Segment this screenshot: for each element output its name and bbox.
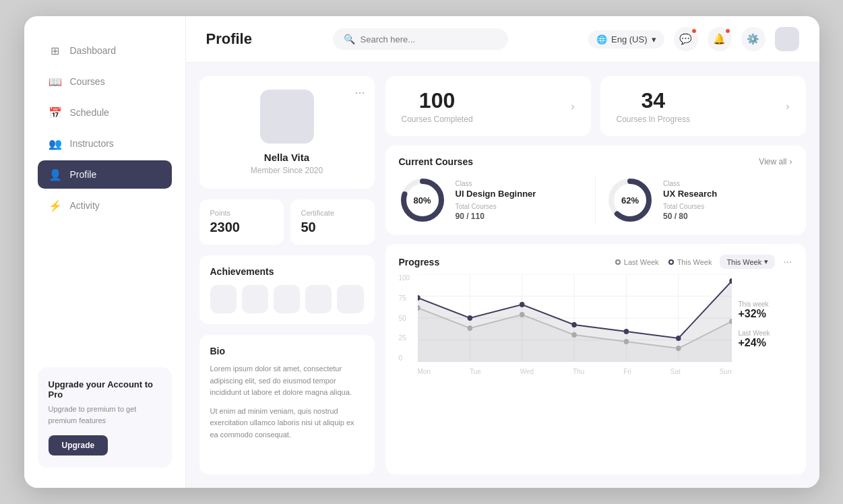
profile-more-button[interactable]: ··· <box>354 86 365 100</box>
this-week-stat-label: This week <box>739 301 792 308</box>
this-week-stat-value: +32% <box>739 308 792 320</box>
dashboard-icon: ⊞ <box>49 44 62 57</box>
chart-area: 100 75 50 25 0 <box>399 274 792 375</box>
settings-button[interactable]: ⚙️ <box>741 27 766 51</box>
last-week-stat-value: +24% <box>739 337 792 349</box>
courses-in-progress-arrow[interactable]: › <box>786 100 789 113</box>
legend-last-week-label: Last Week <box>624 258 659 266</box>
sidebar-item-profile[interactable]: 👤 Profile <box>38 160 172 189</box>
chart-stats: This week +32% Last Week +24% <box>739 274 792 375</box>
course-percent-label-1: 80% <box>413 195 431 206</box>
progress-header: Progress Last Week This Week <box>399 255 792 269</box>
notifications-button[interactable]: 🔔 <box>708 27 732 51</box>
progress-controls: Last Week This Week This Week ▾ <box>615 255 792 269</box>
svg-point-28 <box>676 336 681 341</box>
search-icon: 🔍 <box>344 34 355 44</box>
header: Profile 🔍 🌐 Eng (US) ▾ 💬 🔔 <box>186 16 819 63</box>
bio-text-1: Lorem ipsum dolor sit amet, consectetur … <box>210 363 364 399</box>
sidebar-item-schedule[interactable]: 📅 Schedule <box>38 98 172 127</box>
svg-point-24 <box>467 315 472 321</box>
current-courses-header: Current Courses View all › <box>399 156 792 167</box>
upgrade-description: Upgrade to premium to get premium featur… <box>49 404 161 426</box>
bio-card: Bio Lorem ipsum dolor sit amet, consecte… <box>199 335 375 474</box>
bio-text-2: Ut enim ad minim veniam, quis nostrud ex… <box>210 406 364 441</box>
this-week-dot <box>668 259 674 265</box>
top-stats: 100 Courses Completed › 34 Courses In Pr… <box>385 76 806 136</box>
course-donut-1: 80% <box>399 177 446 224</box>
view-all-label: View all <box>759 157 786 166</box>
legend-last-week: Last Week <box>615 258 659 266</box>
current-courses-card: Current Courses View all › <box>385 146 806 234</box>
achievements-card: Achievements <box>199 255 375 324</box>
courses-completed-number: 100 <box>402 88 473 113</box>
header-actions: 🌐 Eng (US) ▾ 💬 🔔 ⚙️ <box>588 27 799 51</box>
courses-completed-arrow[interactable]: › <box>571 100 574 113</box>
achievement-badge-1 <box>210 285 237 313</box>
sidebar: ⊞ Dashboard 📖 Courses 📅 Schedule 👥 Instr… <box>24 16 186 488</box>
chart-x-labels: Mon Tue Wed Thu Fri Sat Sun <box>418 368 732 375</box>
profile-name: Nella Vita <box>213 152 361 163</box>
legend-this-week: This Week <box>668 258 712 266</box>
sidebar-item-label: Profile <box>70 169 97 180</box>
search-input[interactable] <box>361 34 497 44</box>
chart-svg-container <box>418 274 732 362</box>
legend-this-week-label: This Week <box>677 258 712 266</box>
profile-avatar <box>260 90 314 144</box>
profile-card: ··· Nella Vita Member Since 2020 <box>199 76 375 189</box>
certificate-card: Certificate 50 <box>290 199 375 245</box>
achievements-title: Achievements <box>210 266 364 277</box>
courses-icon: 📖 <box>49 75 62 88</box>
courses-in-progress-number: 34 <box>617 88 690 113</box>
language-selector[interactable]: 🌐 Eng (US) ▾ <box>588 30 664 49</box>
achievement-badge-4 <box>305 285 332 313</box>
activity-icon: ⚡ <box>49 199 62 212</box>
courses-in-progress-card: 34 Courses In Progress › <box>600 76 806 136</box>
course-progress-2: 50 / 80 <box>663 212 792 221</box>
sidebar-item-label: Activity <box>70 200 100 211</box>
courses-completed-content: 100 Courses Completed <box>402 88 473 124</box>
upgrade-button[interactable]: Upgrade <box>49 435 108 455</box>
page-title: Profile <box>206 30 252 48</box>
sidebar-nav: ⊞ Dashboard 📖 Courses 📅 Schedule 👥 Instr… <box>38 36 172 354</box>
course-info-2: Class UX Research Total Courses 50 / 80 <box>663 180 792 221</box>
sidebar-item-dashboard[interactable]: ⊞ Dashboard <box>38 36 172 65</box>
course-name-1: UI Design Beginner <box>456 189 585 199</box>
svg-point-26 <box>571 322 576 327</box>
progress-more-button[interactable]: ··· <box>783 256 792 268</box>
points-value: 2300 <box>210 220 273 235</box>
svg-point-27 <box>623 329 628 334</box>
sidebar-item-courses[interactable]: 📖 Courses <box>38 67 172 96</box>
svg-point-21 <box>676 346 681 351</box>
upgrade-title: Upgrade your Account to Pro <box>49 379 161 400</box>
courses-in-progress-content: 34 Courses In Progress <box>617 88 690 124</box>
language-label: Eng (US) <box>611 34 647 44</box>
messages-badge <box>691 28 697 34</box>
svg-point-25 <box>519 302 524 307</box>
bio-title: Bio <box>210 346 364 356</box>
course-total-label-2: Total Courses <box>663 203 792 210</box>
view-all-chevron: › <box>790 157 792 166</box>
last-week-stat: Last Week +24% <box>739 329 792 349</box>
svg-point-18 <box>519 312 524 317</box>
progress-card: Progress Last Week This Week <box>385 244 806 474</box>
main-content: Profile 🔍 🌐 Eng (US) ▾ 💬 🔔 <box>186 16 819 488</box>
svg-marker-15 <box>418 281 732 362</box>
course-class-label-2: Class <box>663 180 792 187</box>
globe-icon: 🌐 <box>596 34 607 44</box>
sidebar-item-instructors[interactable]: 👥 Instructors <box>38 129 172 158</box>
certificate-label: Certificate <box>301 209 364 217</box>
courses-row: 80% Class UI Design Beginner Total Cours… <box>399 177 792 224</box>
course-item-2: 62% Class UX Research Total Courses 50 /… <box>606 177 792 224</box>
view-all-button[interactable]: View all › <box>759 157 792 166</box>
last-week-stat-label: Last Week <box>739 329 792 337</box>
chevron-down-icon: ▾ <box>764 257 768 266</box>
avatar[interactable] <box>775 27 799 51</box>
messages-button[interactable]: 💬 <box>674 27 698 51</box>
sidebar-item-activity[interactable]: ⚡ Activity <box>38 191 172 220</box>
chart-legend: Last Week This Week <box>615 258 712 266</box>
week-selector-button[interactable]: This Week ▾ <box>720 255 775 269</box>
search-box[interactable]: 🔍 <box>333 28 508 50</box>
chart-y-labels: 100 75 50 25 0 <box>399 274 415 362</box>
left-panel: ··· Nella Vita Member Since 2020 Points … <box>199 76 375 474</box>
svg-point-17 <box>467 325 472 331</box>
